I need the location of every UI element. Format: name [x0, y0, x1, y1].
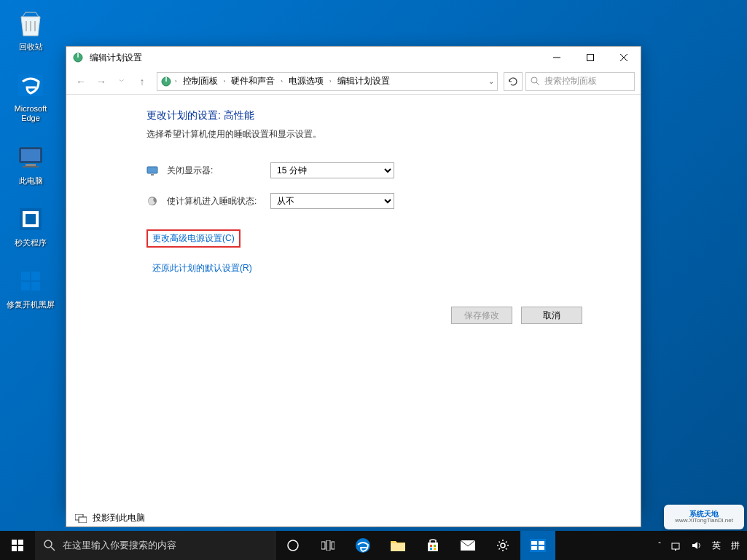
nav-up-button[interactable]: ↑: [133, 73, 151, 90]
tray-ime-lang[interactable]: 英: [708, 531, 725, 560]
address-bar[interactable]: › 控制面板 › 硬件和声音 › 电源选项 › 编辑计划设置 ⌄: [157, 72, 498, 91]
svg-rect-29: [18, 540, 23, 545]
cortana-button[interactable]: [275, 531, 310, 560]
desktop-icon-this-pc[interactable]: 此电脑: [3, 140, 58, 187]
svg-rect-17: [587, 55, 594, 61]
search-icon: [44, 540, 55, 551]
svg-point-46: [501, 543, 505, 548]
chevron-right-icon: ›: [175, 78, 177, 84]
page-description: 选择希望计算机使用的睡眠设置和显示设置。: [146, 128, 611, 141]
control-panel-window: 编辑计划设置 ← → ﹀ ↑ › 控制面板 › 硬件和声音 › 电源选项 ›: [66, 46, 641, 510]
taskbar-search-placeholder: 在这里输入你要搜索的内容: [63, 539, 176, 552]
taskbar-search[interactable]: 在这里输入你要搜索的内容: [35, 531, 275, 560]
edge-icon: [15, 69, 47, 101]
system-tray: ˆ 英 拼: [654, 531, 747, 560]
breadcrumb-item[interactable]: 硬件和声音: [228, 74, 278, 89]
taskbar-explorer[interactable]: [380, 531, 415, 560]
svg-rect-40: [428, 543, 438, 551]
svg-point-21: [531, 77, 537, 83]
svg-rect-24: [151, 174, 154, 176]
setting-turn-off-display: 关闭显示器: 15 分钟: [146, 162, 611, 178]
chevron-down-icon[interactable]: ⌄: [488, 77, 494, 85]
desktop-icon-recycle-bin[interactable]: 回收站: [3, 6, 58, 53]
chevron-right-icon: ›: [224, 78, 226, 84]
svg-rect-37: [332, 542, 335, 549]
taskbar-store[interactable]: [415, 531, 450, 560]
search-input[interactable]: 搜索控制面板: [525, 72, 635, 91]
this-pc-icon: [15, 141, 47, 173]
nav-back-button[interactable]: ←: [72, 73, 90, 90]
tray-overflow-button[interactable]: ˆ: [654, 531, 665, 560]
svg-rect-1: [30, 21, 31, 31]
nav-recent-button[interactable]: ﹀: [113, 73, 130, 90]
minimize-button[interactable]: [540, 47, 574, 68]
desktop-icon-label: Microsoft Edge: [4, 104, 57, 123]
breadcrumb-item[interactable]: 编辑计划设置: [335, 74, 393, 89]
restore-link-row: 还原此计划的默认设置(R): [146, 259, 611, 277]
desktop-icons: 回收站 Microsoft Edge 此电脑 秒关程序 修复开机黑屏: [3, 6, 58, 311]
svg-rect-27: [79, 517, 87, 523]
taskbar-mail[interactable]: [450, 531, 485, 560]
start-button[interactable]: [0, 531, 35, 560]
maximize-button[interactable]: [574, 47, 607, 68]
watermark-sub: www.XiTongTianDi.net: [675, 518, 733, 524]
svg-rect-14: [31, 282, 40, 291]
setting-label: 关闭显示器:: [167, 165, 262, 177]
taskbar-control-panel[interactable]: [520, 531, 555, 560]
sleep-timeout-select[interactable]: 从不: [270, 193, 394, 209]
svg-rect-23: [147, 167, 157, 173]
desktop-icon-label: 回收站: [19, 42, 43, 52]
desktop-icon-fix-boot[interactable]: 修复开机黑屏: [3, 264, 58, 311]
svg-rect-49: [539, 541, 544, 545]
setting-label: 使计算机进入睡眠状态:: [167, 195, 262, 208]
content-area: 更改计划的设置: 高性能 选择希望计算机使用的睡眠设置和显示设置。 关闭显示器:…: [66, 95, 641, 510]
tray-ime-mode[interactable]: 拼: [727, 531, 744, 560]
desktop-icon-label: 此电脑: [19, 176, 43, 186]
svg-rect-48: [531, 541, 537, 545]
advanced-link-row: 更改高级电源设置(C): [146, 229, 611, 248]
svg-rect-7: [23, 166, 39, 167]
svg-rect-41: [430, 545, 432, 547]
taskbar: 在这里输入你要搜索的内容 ˆ: [0, 531, 747, 560]
display-timeout-select[interactable]: 15 分钟: [270, 162, 394, 178]
page-heading: 更改计划的设置: 高性能: [146, 109, 611, 122]
svg-point-32: [44, 540, 52, 548]
search-placeholder: 搜索控制面板: [544, 75, 597, 87]
power-options-icon: [160, 76, 172, 87]
tray-network-icon[interactable]: [667, 531, 686, 560]
window-controls: [540, 47, 641, 68]
svg-rect-39: [391, 543, 405, 551]
projection-label: 投影到此电脑: [93, 512, 145, 524]
advanced-power-settings-link[interactable]: 更改高级电源设置(C): [146, 229, 240, 248]
navigation-row: ← → ﹀ ↑ › 控制面板 › 硬件和声音 › 电源选项 › 编辑计划设置 ⌄…: [66, 68, 641, 95]
svg-rect-52: [672, 543, 679, 549]
recycle-bin-icon: [15, 7, 47, 39]
search-icon: [531, 76, 540, 86]
taskbar-settings[interactable]: [485, 531, 520, 560]
desktop-icon-edge[interactable]: Microsoft Edge: [3, 68, 58, 125]
shutdown-icon: [15, 203, 47, 235]
svg-rect-0: [26, 21, 27, 31]
desktop-icon-label: 秒关程序: [15, 238, 47, 248]
svg-rect-28: [12, 540, 17, 545]
power-options-icon: [72, 52, 84, 63]
titlebar: 编辑计划设置: [66, 47, 641, 68]
restore-defaults-link[interactable]: 还原此计划的默认设置(R): [146, 259, 258, 277]
svg-rect-43: [430, 548, 432, 550]
task-view-button[interactable]: [310, 531, 345, 560]
svg-rect-53: [675, 549, 676, 551]
refresh-button[interactable]: [504, 72, 523, 91]
display-icon: [146, 165, 158, 176]
desktop-icon-label: 修复开机黑屏: [7, 300, 55, 309]
breadcrumb-item[interactable]: 电源选项: [286, 74, 326, 89]
close-button[interactable]: [607, 47, 641, 68]
desktop-icon-shutdown[interactable]: 秒关程序: [3, 202, 58, 249]
breadcrumb-item[interactable]: 控制面板: [180, 74, 221, 89]
taskbar-edge[interactable]: [345, 531, 380, 560]
cancel-button[interactable]: 取消: [521, 307, 582, 324]
taskbar-icons: [275, 531, 555, 560]
projection-notice: 投影到此电脑: [66, 510, 641, 527]
tray-volume-icon[interactable]: [687, 531, 706, 560]
svg-rect-13: [21, 282, 30, 291]
svg-rect-31: [18, 546, 23, 551]
